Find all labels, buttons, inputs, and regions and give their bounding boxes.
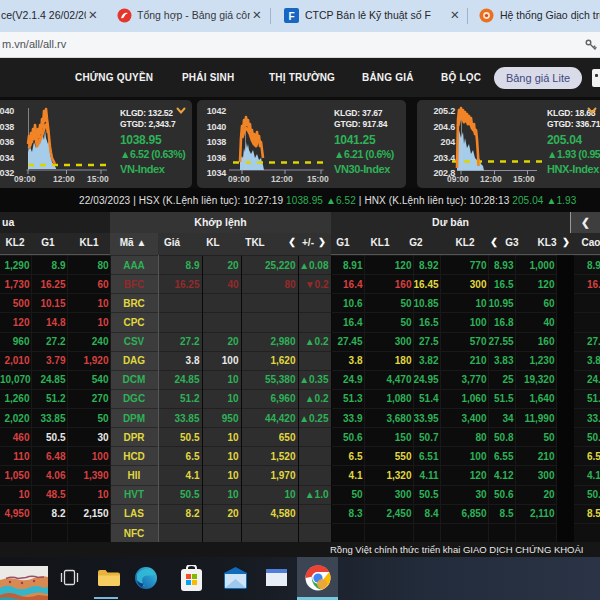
svg-text:F: F <box>288 11 294 22</box>
